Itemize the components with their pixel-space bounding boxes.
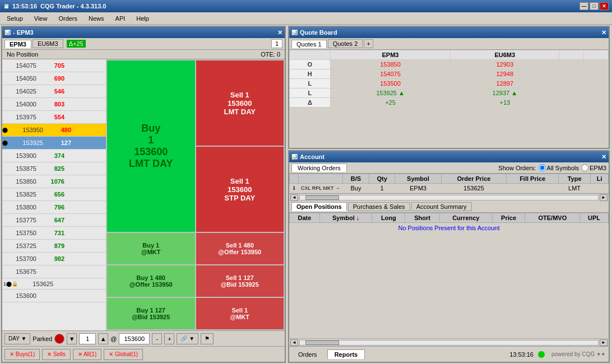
tab-add-btn[interactable]: + xyxy=(364,39,373,48)
acct-close-btn[interactable]: ✕ xyxy=(601,153,606,161)
buy-mkt-button[interactable]: Buy 1 @MKT xyxy=(107,233,195,264)
price-input[interactable] xyxy=(119,333,150,344)
menu-orders[interactable]: Orders xyxy=(54,14,82,23)
price-minus-btn[interactable]: - xyxy=(152,333,162,344)
radio-all-symbols[interactable]: All Symbols xyxy=(539,164,579,171)
maximize-button[interactable]: □ xyxy=(590,2,599,10)
col-type: Type xyxy=(558,174,590,184)
tab-purchases-sales[interactable]: Purchases & Sales xyxy=(348,202,410,211)
order-fill-price xyxy=(507,184,559,193)
tab-account-summary[interactable]: Account Summary xyxy=(411,202,472,211)
account-bottom-bar: Orders Reports 13:53:16 powered by CQG ✦… xyxy=(289,346,609,362)
working-orders-table: B/S Qty Symbol Order Price Fill Price Ty… xyxy=(289,174,609,193)
show-orders-controls: Show Orders: All Symbols EPM3 xyxy=(498,164,606,171)
sell-offer-button[interactable]: Sell 1 480 @Offer 153950 xyxy=(196,233,284,264)
pos-scroll-left[interactable]: ◄ xyxy=(290,339,298,346)
working-orders-scrollbar[interactable]: ◄ ► xyxy=(289,193,609,201)
app-name: CQG Trader - 4.3.313.0 xyxy=(40,3,106,10)
qb-col-label xyxy=(290,50,331,60)
epm3-bottom-bar: ✕ Buys(1) ✕ Sells ✕ All(1) ✕ Global(1) xyxy=(2,346,285,362)
col-qty: Qty xyxy=(369,174,395,184)
scroll-right-btn[interactable]: ► xyxy=(600,194,608,201)
qb-col-4 xyxy=(584,50,609,60)
close-button[interactable]: ✕ xyxy=(600,2,609,10)
pos-scroll-right[interactable]: ► xyxy=(600,339,608,346)
order-li xyxy=(591,184,609,193)
col-icon2 xyxy=(299,174,343,184)
pos-col-short: Short xyxy=(405,213,440,223)
price-row: 154025 546 xyxy=(2,85,106,98)
tab-working-orders[interactable]: Working Orders xyxy=(291,164,347,172)
panel-icon: 📊 xyxy=(4,30,11,35)
cancel-global-btn[interactable]: ✕ Global(1) xyxy=(104,349,143,360)
qb-row-high: H 154075 12948 xyxy=(290,69,609,79)
qb-title-text: Quote Board xyxy=(300,29,337,36)
link-btn[interactable]: 🔗 ▼ xyxy=(177,333,198,344)
cxl-btn[interactable]: CXL xyxy=(301,185,310,191)
price-plus-btn[interactable]: + xyxy=(164,333,174,344)
sell-lmt-button[interactable]: Sell 1 153600 LMT DAY xyxy=(196,60,284,146)
reports-tab[interactable]: Reports xyxy=(327,349,365,359)
price-row: 153675 xyxy=(2,265,106,278)
minimize-button[interactable]: — xyxy=(579,2,588,10)
col-fill-price: Fill Price xyxy=(507,174,559,184)
scroll-track[interactable] xyxy=(299,195,599,200)
menu-help[interactable]: Help xyxy=(132,14,154,23)
qb-col-3 xyxy=(559,50,584,60)
pos-col-price: Price xyxy=(492,213,525,223)
title-bar-controls: — □ ✕ xyxy=(579,2,609,10)
acct-title-text: Account xyxy=(300,153,324,160)
col-symbol: Symbol xyxy=(395,174,441,184)
tab-open-positions[interactable]: Open Positions xyxy=(291,202,347,211)
menu-setup[interactable]: Setup xyxy=(2,14,27,23)
day-selector[interactable]: DAY ▼ xyxy=(4,333,30,344)
buy-button[interactable]: Buy 1 153600 LMT DAY xyxy=(107,60,195,232)
buy-bid-button[interactable]: Buy 1 127 @Bid 153925 xyxy=(107,298,195,329)
menu-news[interactable]: News xyxy=(84,14,109,23)
qty-plus-btn[interactable]: ▲ xyxy=(98,333,108,344)
rpl-btn[interactable]: RPL xyxy=(312,185,322,191)
sell-mkt-button[interactable]: Sell 1 @MKT xyxy=(196,298,284,329)
positions-scrollbar[interactable]: ◄ ► xyxy=(289,338,609,346)
qty-minus-btn[interactable]: ▼ xyxy=(67,333,77,344)
mkt-btn[interactable]: MKT xyxy=(323,185,333,191)
qb-close-btn[interactable]: ✕ xyxy=(601,29,606,36)
sell-stp-button[interactable]: Sell 1 153600 STP DAY xyxy=(196,147,284,232)
price-row: 153900 374 xyxy=(2,150,106,162)
time-display: 13:53:16 xyxy=(509,351,534,358)
order-type: LMT xyxy=(558,184,590,193)
pos-scroll-track[interactable] xyxy=(299,340,599,346)
account-panel: 📊 Account ✕ Working Orders Show Orders: … xyxy=(288,150,610,363)
orders-tab[interactable]: Orders xyxy=(293,350,323,359)
buy-offer-button[interactable]: Buy 1 480 @Offer 153950 xyxy=(107,265,195,297)
price-row: 154075 705 xyxy=(2,59,106,72)
tab-epm3[interactable]: EPM3 xyxy=(4,40,31,48)
radio-epm3[interactable]: EPM3 xyxy=(581,164,606,171)
scroll-thumb[interactable] xyxy=(305,195,339,200)
menu-api[interactable]: API xyxy=(111,14,130,23)
qb-col-eu6m3: EU6M3 xyxy=(451,50,559,60)
cancel-sells-btn[interactable]: ✕ Sells xyxy=(42,349,70,360)
qty-input[interactable] xyxy=(79,333,96,344)
cqg-logo: powered by CQG ✦✦ xyxy=(551,351,605,357)
tab-quotes2[interactable]: Quotes 2 xyxy=(328,39,363,48)
cancel-all-btn[interactable]: ✕ All(1) xyxy=(73,349,102,360)
scroll-left-btn[interactable]: ◄ xyxy=(290,194,298,201)
col-li: Li xyxy=(591,174,609,184)
epm3-close-btn[interactable]: ✕ xyxy=(277,29,282,36)
ote-display: OTE: 0 xyxy=(261,51,280,58)
delta-display: Δ+25 xyxy=(67,40,86,48)
main-container: 📊 - EPM3 ✕ EPM3 EU6M3 Δ+25 1 No Position… xyxy=(0,25,612,364)
tab-eu6m3[interactable]: EU6M3 xyxy=(33,39,63,48)
flag-btn[interactable]: ⚑ xyxy=(201,333,214,344)
sell-bid-button[interactable]: Sell 1 127 @Bid 153925 xyxy=(196,265,284,297)
price-row-highlighted[interactable]: ⬤ 153950 480 xyxy=(2,124,106,137)
qty-display: 1 xyxy=(271,39,282,48)
pos-col-currency: Currency xyxy=(439,213,492,223)
tab-quotes1[interactable]: Quotes 1 xyxy=(291,40,327,48)
pos-scroll-thumb[interactable] xyxy=(305,340,339,345)
price-row: 153750 731 xyxy=(2,227,106,240)
menu-view[interactable]: View xyxy=(30,14,52,23)
cancel-buys-btn[interactable]: ✕ Buys(1) xyxy=(4,349,40,360)
price-row-bid[interactable]: ⬤ 153925 127 xyxy=(2,137,106,150)
